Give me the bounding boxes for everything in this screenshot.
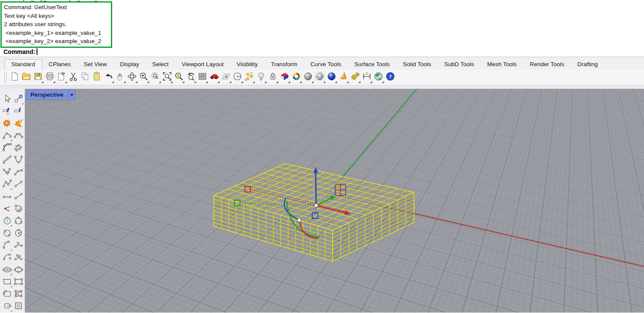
copy-button[interactable]: [79, 71, 91, 84]
viewport-title-dropdown[interactable]: [68, 90, 75, 100]
tab-select[interactable]: Select: [146, 60, 175, 70]
circle-tool-button[interactable]: [232, 71, 244, 84]
new-file-button[interactable]: [9, 71, 20, 84]
curve-through-points-button[interactable]: [13, 130, 24, 141]
hide-objects-icon: [2, 106, 12, 118]
rendered-viewport-button[interactable]: [326, 71, 337, 84]
selection-filter-button[interactable]: [244, 71, 255, 84]
dimension-button[interactable]: [361, 71, 373, 84]
command-history-line: Command: GetUserText: [4, 3, 109, 12]
tab-subd-tools[interactable]: SubD Tools: [437, 60, 480, 70]
lock-objects-button[interactable]: [267, 71, 279, 84]
help-button[interactable]: ?: [384, 71, 396, 84]
circle-around-axis-button[interactable]: [13, 228, 24, 239]
polygon-center-button[interactable]: [1, 301, 13, 312]
hide-objects-button[interactable]: [1, 106, 13, 117]
command-history-line: <example_key_1> example_value_1: [4, 29, 109, 37]
lights-button[interactable]: [255, 71, 267, 84]
toolbar-grip[interactable]: [4, 72, 7, 83]
viewport-title-label[interactable]: Perspective: [27, 90, 68, 100]
tab-visibility[interactable]: Visibility: [230, 60, 264, 70]
arc-center-start-button[interactable]: [1, 240, 13, 251]
tab-cplanes[interactable]: CPlanes: [42, 60, 77, 70]
tab-viewport-layout[interactable]: Viewport Layout: [175, 60, 230, 70]
curve-v-button[interactable]: [13, 155, 24, 166]
paste-button[interactable]: [91, 71, 103, 84]
shaded-viewport-button[interactable]: [302, 71, 314, 84]
arc-start-end-button[interactable]: [1, 252, 13, 263]
undo-view-change-button[interactable]: [185, 71, 197, 84]
circle-diameter-button[interactable]: [1, 228, 13, 239]
explode-icon: [2, 118, 12, 130]
earth-anchor-button[interactable]: [373, 71, 384, 84]
ellipse-center-button[interactable]: [1, 264, 13, 276]
select-objects-icon: [2, 94, 12, 105]
tab-standard[interactable]: Standard: [4, 59, 42, 70]
cplane-axes-button[interactable]: [1, 203, 13, 215]
tab-render-tools[interactable]: Render Tools: [523, 60, 571, 70]
show-objects-icon: [13, 106, 23, 118]
tab-surface-tools[interactable]: Surface Tools: [348, 60, 397, 70]
curve-u-button[interactable]: [1, 167, 13, 178]
explode-button[interactable]: [1, 118, 13, 129]
show-objects-button[interactable]: [13, 106, 24, 117]
circle-3pt-button[interactable]: [13, 215, 24, 227]
sphere-button[interactable]: [13, 203, 24, 215]
arc-3pt-button[interactable]: [13, 240, 24, 251]
rectangle-center-button[interactable]: [13, 289, 24, 300]
tab-curve-tools[interactable]: Curve Tools: [304, 60, 348, 70]
cut-button[interactable]: [67, 71, 79, 84]
zoom-selected-button[interactable]: [173, 71, 185, 84]
rounded-rectangle-button[interactable]: [1, 289, 13, 300]
polyline-button[interactable]: [1, 179, 13, 190]
single-line-button[interactable]: [1, 191, 13, 202]
sphere-icon: [13, 203, 23, 215]
helix-spiral-button[interactable]: [1, 155, 13, 166]
color-wheel-button[interactable]: [290, 71, 302, 84]
ellipse-diameter-button[interactable]: [13, 264, 24, 276]
zoom-window-button[interactable]: [150, 71, 161, 84]
tab-display[interactable]: Display: [113, 60, 146, 70]
gumball-scale-box-button[interactable]: [13, 94, 24, 105]
command-prompt-row[interactable]: Command:: [0, 47, 644, 57]
select-objects-button[interactable]: [1, 94, 13, 105]
display-mode-wedge-button[interactable]: [279, 71, 290, 84]
rotate-view-button[interactable]: [126, 71, 138, 84]
page-properties-button[interactable]: [56, 71, 67, 84]
command-history-area[interactable]: <example_key_2> example_value_2 Command:…: [0, 0, 644, 57]
polygon-edge-button[interactable]: [13, 301, 24, 312]
handle-curve-button[interactable]: [13, 167, 24, 178]
tab-mesh-tools[interactable]: Mesh Tools: [480, 60, 523, 70]
smash-button[interactable]: [13, 118, 24, 129]
rectangle-3pt-button[interactable]: [13, 276, 24, 288]
cplane-button[interactable]: [220, 71, 232, 84]
pan-button[interactable]: [114, 71, 126, 84]
tab-transform[interactable]: Transform: [264, 60, 304, 70]
viewport-title[interactable]: Perspective: [26, 90, 76, 100]
open-file-button[interactable]: [20, 71, 32, 84]
print-button[interactable]: [44, 71, 56, 84]
control-point-curve-button[interactable]: [1, 130, 13, 141]
ghosted-viewport-button[interactable]: [314, 71, 326, 84]
spotlight-button[interactable]: [337, 71, 349, 84]
arc-blend-curve-button[interactable]: [1, 142, 13, 154]
undo-button[interactable]: [103, 71, 114, 84]
rebuild-curve-button[interactable]: [13, 142, 24, 154]
zoom-extents-button[interactable]: [161, 71, 173, 84]
flyout-triangle-icon: [159, 81, 161, 83]
tab-solid-tools[interactable]: Solid Tools: [396, 60, 437, 70]
flyout-triangle-icon: [170, 81, 173, 83]
curve-through-polyline-button[interactable]: [13, 252, 24, 263]
zoom-button[interactable]: [138, 71, 150, 84]
save-button[interactable]: [32, 71, 44, 84]
options-gears-button[interactable]: [349, 71, 361, 84]
named-view-car-button[interactable]: [208, 71, 220, 84]
circle-center-radius-button[interactable]: [1, 215, 13, 227]
viewport-layout-button[interactable]: [197, 71, 208, 84]
line-normal-button[interactable]: [13, 191, 24, 202]
tab-set-view[interactable]: Set View: [77, 60, 113, 70]
tab-drafting[interactable]: Drafting: [571, 60, 604, 70]
perspective-viewport[interactable]: Perspective: [25, 89, 644, 313]
rectangle-corner-button[interactable]: [1, 276, 13, 288]
line-segments-button[interactable]: [13, 179, 24, 190]
